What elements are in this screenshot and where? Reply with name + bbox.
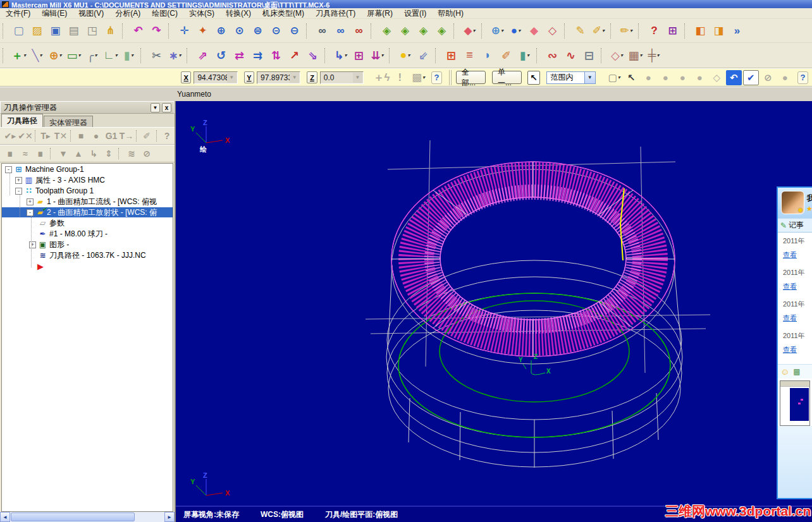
wcs-box-icon[interactable]: ◇▾ [608, 47, 625, 64]
zoom-window-icon[interactable]: ⊕ [212, 22, 230, 40]
qq-side-panel[interactable]: 我 ★ ✎ 记事 2011年 查看 2011年 查看 2011年 查看 2011… [777, 186, 812, 499]
save-icon[interactable]: ▣ [47, 22, 64, 40]
z-coordinate-button[interactable]: Z [307, 71, 317, 83]
lock-posts-icon[interactable]: ∎ [34, 147, 47, 161]
level-grid-icon[interactable]: ⊞ [350, 47, 367, 64]
dropdown-arrow-icon[interactable]: ▾ [618, 75, 620, 80]
dropdown-arrow-icon[interactable]: ▾ [518, 28, 520, 33]
select-single-button[interactable]: 单一... [492, 71, 522, 84]
expander-plus[interactable]: + [27, 198, 34, 205]
level-move-icon[interactable]: ↳▾ [332, 47, 349, 64]
dropdown-arrow-icon[interactable]: ▾ [656, 52, 659, 58]
tree-item-toolpath-group[interactable]: - ∷ Toolpath Group 1 [2, 186, 173, 196]
smiley-icon[interactable]: ☺ [780, 367, 789, 377]
scrollbar-thumb[interactable] [11, 513, 135, 521]
menu-settings[interactable]: 设置(I) [398, 8, 432, 20]
x-coordinate-field[interactable]: 94.47308▼ [194, 71, 237, 84]
create-line-icon[interactable]: ╲▾ [28, 47, 46, 64]
dropdown-arrow-icon[interactable]: ▾ [345, 52, 347, 58]
select-cursor-icon[interactable]: ↖ [624, 70, 639, 85]
surface-blade-icon[interactable]: ◗ [479, 47, 496, 64]
dropdown-arrow-icon[interactable]: ▾ [640, 52, 643, 58]
toolpath-display-icon[interactable]: ≈ [18, 147, 32, 161]
menu-create[interactable]: 绘图(C) [146, 8, 183, 20]
tab-solids-manager[interactable]: 实体管理器 [44, 116, 93, 127]
scroll-ops-icon[interactable]: ⇕ [102, 147, 116, 161]
select-box-mode-icon[interactable]: ▢▾ [606, 70, 622, 85]
xform-translate-icon[interactable]: ⇗ [194, 47, 211, 64]
gview-front-icon[interactable]: ◈ [397, 22, 414, 40]
unzoom-window-icon[interactable]: ⊝ [268, 22, 285, 40]
zoom-target-icon[interactable]: ⊙ [231, 22, 248, 40]
screenshot-thumbnail[interactable] [780, 380, 810, 426]
select-none-ops-icon[interactable]: ✔✕ [18, 129, 32, 143]
create-cylinder-icon[interactable]: ▮▾ [120, 47, 137, 64]
insert-position-arrow[interactable]: ▶ [37, 262, 173, 270]
menu-view[interactable]: 视图(V) [73, 8, 109, 20]
gview-top-icon[interactable]: ◈ [378, 22, 395, 40]
qq-notes-tab[interactable]: ✎ 记事 [778, 218, 812, 233]
menu-screen[interactable]: 屏幕(R) [361, 8, 398, 20]
manager-horizontal-scrollbar[interactable]: ◄ ► [0, 512, 175, 522]
tree-item-op2-radial[interactable]: - ▰✔ 2 - 曲面精加工放射状 - [WCS: 俯 [2, 207, 173, 217]
color-grid-icon[interactable]: ⊞ [664, 22, 681, 40]
manager-close-button[interactable]: x [162, 103, 171, 112]
avatar[interactable] [781, 191, 804, 214]
dropdown-arrow-icon[interactable]: ▾ [131, 52, 133, 58]
shade-globe-icon[interactable]: ⊕▾ [489, 22, 506, 40]
tree-item-toolpath-file[interactable]: ≋ 刀具路径 - 1063.7K - JJJ.NC [2, 250, 173, 260]
repaint-icon[interactable]: ✦ [194, 22, 211, 40]
scroll-left-arrow[interactable]: ◄ [0, 512, 10, 522]
select-all-ops-icon[interactable]: ✔▸ [3, 129, 17, 143]
attributes-pencil-icon[interactable]: ✎ [572, 22, 589, 40]
expander-plus[interactable]: + [15, 177, 22, 184]
highfeed-icon[interactable]: T→ [120, 129, 133, 143]
x-dropdown-icon[interactable]: ▼ [227, 73, 237, 83]
y-coordinate-button[interactable]: Y [244, 71, 254, 83]
dropdown-arrow-icon[interactable]: ▾ [94, 52, 97, 58]
dropdown-arrow-icon[interactable]: ▾ [630, 28, 632, 33]
view-orient-icon[interactable]: ∞ [332, 22, 349, 40]
tool-axis-icon[interactable]: ╪▾ [645, 47, 662, 64]
level-merge-icon[interactable]: ⇊▾ [369, 47, 386, 64]
dropdown-arrow-icon[interactable]: ▾ [59, 52, 62, 58]
merge-pattern-icon[interactable]: ◧ [692, 22, 709, 40]
graphics-viewport[interactable]: Z Y X 绘 Z Y X Z Y X [176, 101, 812, 506]
open-file-icon[interactable]: ▨ [28, 22, 46, 40]
dropdown-arrow-icon[interactable]: ▾ [501, 28, 503, 33]
lock-icon[interactable]: ∎ [3, 147, 17, 161]
surface-net-icon[interactable]: ∿ [562, 47, 579, 64]
verify-icon[interactable]: ● [89, 129, 103, 143]
surface-swirl-icon[interactable]: ∾ [544, 47, 561, 64]
dropdown-arrow-icon[interactable]: ▾ [381, 52, 384, 58]
shade-wireframe-icon[interactable]: ◇ [544, 22, 561, 40]
mesh-surface-icon[interactable]: ▦▾ [627, 47, 644, 64]
insert-position-icon[interactable]: ↳ [87, 147, 101, 161]
tree-item-op1-flowline[interactable]: + ▰ 1 - 曲面精加工流线 - [WCS: 俯视 [2, 197, 173, 207]
select-all-button[interactable]: 全部... [456, 71, 486, 84]
move-up-icon[interactable]: ▲ [71, 147, 85, 161]
post-g1-icon[interactable]: G1 [104, 129, 118, 143]
backplot-icon[interactable]: ■ [74, 129, 88, 143]
dropdown-arrow-icon[interactable]: ▾ [473, 28, 476, 33]
expander-minus[interactable]: - [15, 188, 22, 195]
new-file-icon[interactable]: ▢ [10, 22, 27, 40]
create-arc-icon[interactable]: ⊕▾ [47, 47, 64, 64]
gview-iso-icon[interactable]: ◈ [433, 22, 450, 40]
x-coordinate-button[interactable]: X [181, 71, 191, 83]
print-icon[interactable]: ▤ [65, 22, 82, 40]
surface-extrude-icon[interactable]: ▮▾ [516, 47, 533, 64]
dynamic-rotate-icon[interactable]: ∞ [314, 22, 331, 40]
trim-scissors-icon[interactable]: ✂ [148, 47, 165, 64]
xform-mirror-icon[interactable]: ⇄ [231, 47, 248, 64]
selection-cursor-button[interactable]: ↖ [527, 71, 541, 85]
regen-ops-icon[interactable]: T▸ [39, 129, 52, 143]
blank-bulb-icon[interactable]: ●▾ [397, 47, 414, 64]
y-dropdown-icon[interactable]: ▼ [290, 73, 299, 83]
view-link[interactable]: 查看 [783, 345, 812, 355]
more-tools-icon[interactable]: » [729, 22, 746, 40]
divide-icon[interactable]: ∗▾ [166, 47, 183, 64]
paint-filter-icon[interactable]: ◨ [710, 22, 727, 40]
xform-scale-icon[interactable]: ⇅ [268, 47, 285, 64]
undo-icon[interactable]: ↶ [130, 22, 147, 40]
